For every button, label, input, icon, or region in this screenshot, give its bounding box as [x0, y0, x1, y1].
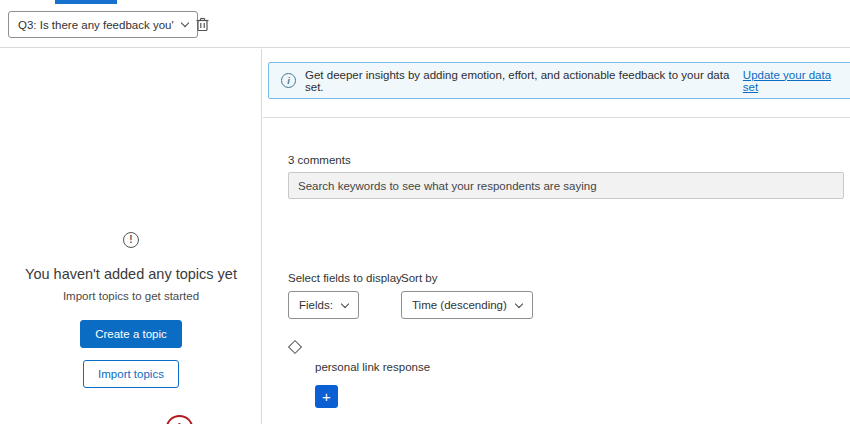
keyword-search-input[interactable]	[288, 172, 844, 199]
info-icon: i	[281, 73, 296, 88]
question-selector-dropdown[interactable]: Q3: Is there any feedback you'	[8, 11, 198, 38]
diamond-marker-icon	[288, 340, 302, 354]
chevron-down-icon	[515, 299, 523, 307]
active-tab-indicator	[55, 0, 117, 4]
topics-panel: ! You haven't added any topics yet Impor…	[0, 49, 262, 424]
select-fields-label: Select fields to display	[288, 272, 402, 284]
fields-dropdown-label: Fields:	[299, 299, 333, 311]
trash-icon	[195, 16, 210, 35]
sort-dropdown-label: Time (descending)	[412, 299, 507, 311]
question-selector-label: Q3: Is there any feedback you'	[18, 19, 174, 31]
alert-info-icon: !	[123, 232, 139, 248]
update-data-set-link[interactable]: Update your data set	[743, 69, 845, 93]
delete-question-button[interactable]	[190, 13, 214, 37]
content-divider	[263, 117, 850, 118]
banner-message: Get deeper insights by adding emotion, e…	[305, 69, 732, 93]
topics-empty-state: ! You haven't added any topics yet Impor…	[0, 229, 262, 388]
top-bar: Q3: Is there any feedback you'	[0, 0, 850, 48]
chevron-down-icon	[180, 19, 188, 27]
sort-by-label: Sort by	[401, 272, 437, 284]
chevron-down-icon	[341, 299, 349, 307]
empty-state-subtitle: Import topics to get started	[0, 290, 262, 302]
response-source-label: personal link response	[315, 361, 430, 373]
empty-state-title: You haven't added any topics yet	[0, 266, 262, 282]
import-topics-button[interactable]: Import topics	[83, 360, 179, 388]
add-response-button[interactable]: +	[315, 385, 338, 408]
comments-count-label: 3 comments	[288, 154, 351, 166]
insights-banner: i Get deeper insights by adding emotion,…	[268, 62, 850, 99]
fields-dropdown[interactable]: Fields:	[288, 291, 359, 319]
sort-dropdown[interactable]: Time (descending)	[401, 291, 533, 319]
create-topic-button[interactable]: Create a topic	[80, 320, 182, 348]
annotation-step-1: 1	[166, 415, 193, 424]
responses-panel: i Get deeper insights by adding emotion,…	[263, 49, 850, 424]
